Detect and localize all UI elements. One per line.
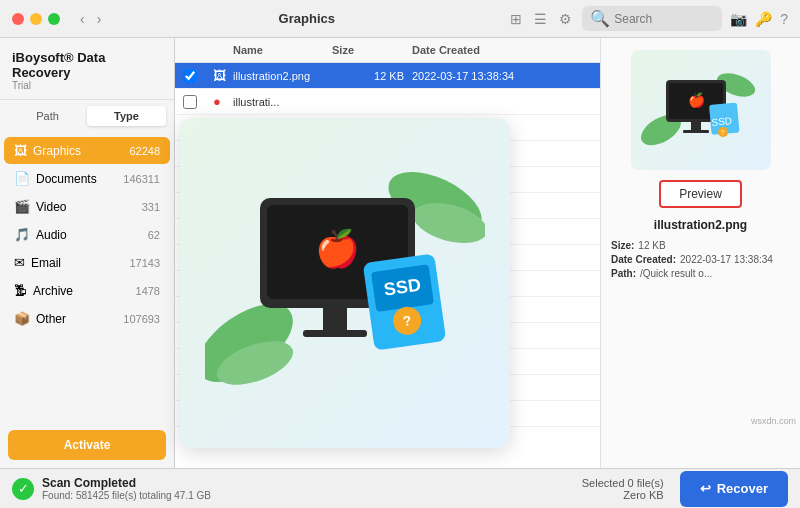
search-box: 🔍 [582,6,722,31]
sidebar-tabs: Path Type [0,100,174,132]
key-icon[interactable]: 🔑 [755,11,772,27]
scan-detail: Found: 581425 file(s) totaling 47.1 GB [42,490,574,501]
sidebar-item-count: 1478 [136,285,160,297]
maximize-button[interactable] [48,13,60,25]
sidebar-item-video[interactable]: 🎬 Video 331 [4,193,170,220]
selected-info: Selected 0 file(s) Zero KB [582,477,664,501]
file-name: illustration2.png [233,70,332,82]
toolbar-right: ⊞ ☰ ⚙ 🔍 📷 🔑 ? [508,6,788,31]
table-row[interactable]: 🖼 illustration2.png 12 KB 2022-03-17 13:… [175,63,600,89]
sidebar-item-email[interactable]: ✉ Email 17143 [4,249,170,276]
sidebar-item-count: 17143 [129,257,160,269]
sidebar-item-audio[interactable]: 🎵 Audio 62 [4,221,170,248]
preview-meta: Size: 12 KB Date Created: 2022-03-17 13:… [611,240,790,282]
path-label: Path: [611,268,636,279]
sidebar-item-label: Archive [33,284,130,298]
tab-type[interactable]: Type [87,106,166,126]
file-size: 12 KB [332,70,412,82]
svg-text:SSD: SSD [710,115,731,128]
selected-size: Zero KB [582,489,664,501]
svg-text:🍎: 🍎 [315,227,360,270]
sidebar-item-label: Documents [36,172,117,186]
sidebar-item-count: 62 [148,229,160,241]
size-label: Size: [611,240,634,251]
sidebar-item-label: Video [36,200,136,214]
video-icon: 🎬 [14,199,30,214]
sidebar-item-label: Graphics [33,144,123,158]
help-icon[interactable]: ? [780,11,788,27]
row-checkbox[interactable] [183,95,197,109]
file-date: 2022-03-17 13:38:34 [412,70,562,82]
recover-button[interactable]: ↩ Recover [680,471,788,507]
grid-view-button[interactable]: ⊞ [508,9,524,29]
file-type-icon: ● [213,94,233,109]
main-layout: iBoysoft® Data Recovery Trial Path Type … [0,38,800,468]
sidebar-item-label: Audio [36,228,142,242]
camera-icon[interactable]: 📷 [730,11,747,27]
back-button[interactable]: ‹ [76,9,89,29]
meta-path-row: Path: /Quick result o... [611,268,790,279]
svg-text:?: ? [720,129,725,136]
title-bar: ‹ › Graphics ⊞ ☰ ⚙ 🔍 📷 🔑 ? [0,0,800,38]
row-checkbox[interactable] [183,69,197,83]
filter-button[interactable]: ⚙ [557,9,574,29]
col-size[interactable]: Size [332,44,412,56]
minimize-button[interactable] [30,13,42,25]
col-name[interactable]: Name [233,44,332,56]
status-bar: ✓ Scan Completed Found: 581425 file(s) t… [0,468,800,508]
breadcrumb: Graphics [113,11,500,26]
sidebar-item-other[interactable]: 📦 Other 107693 [4,305,170,332]
traffic-lights [12,13,60,25]
recover-label: Recover [717,481,768,496]
size-value: 12 KB [638,240,665,251]
scan-status: Scan Completed Found: 581425 file(s) tot… [42,476,574,501]
table-row[interactable]: ● illustrati... [175,89,600,115]
scan-title: Scan Completed [42,476,574,490]
app-trial: Trial [12,80,162,91]
preview-panel: 🍎 SSD ? Preview illustration2.png Size: … [600,38,800,468]
tab-path[interactable]: Path [8,106,87,126]
svg-rect-18 [323,308,347,330]
sidebar-item-count: 107693 [123,313,160,325]
sidebar-item-count: 62248 [129,145,160,157]
mac-illustration-large: 🍎 SSD ? [205,143,485,423]
sidebar: iBoysoft® Data Recovery Trial Path Type … [0,38,175,468]
date-label: Date Created: [611,254,676,265]
preview-button[interactable]: Preview [659,180,742,208]
app-header: iBoysoft® Data Recovery Trial [0,38,174,100]
other-icon: 📦 [14,311,30,326]
path-value: /Quick result o... [640,268,712,279]
sidebar-item-label: Email [31,256,123,270]
date-value: 2022-03-17 13:38:34 [680,254,773,265]
col-date[interactable]: Date Created [412,44,562,56]
sidebar-item-archive[interactable]: 🗜 Archive 1478 [4,277,170,304]
search-input[interactable] [614,12,714,26]
selected-files: Selected 0 file(s) [582,477,664,489]
meta-date-row: Date Created: 2022-03-17 13:38:34 [611,254,790,265]
svg-rect-6 [683,130,709,133]
file-type-icon: 🖼 [213,68,233,83]
preview-image: 🍎 SSD ? [641,60,761,160]
audio-icon: 🎵 [14,227,30,242]
sidebar-item-count: 331 [142,201,160,213]
meta-size-row: Size: 12 KB [611,240,790,251]
sidebar-item-label: Other [36,312,117,326]
sidebar-item-documents[interactable]: 📄 Documents 146311 [4,165,170,192]
watermark: wsxdn.com [751,416,796,426]
nav-buttons: ‹ › [76,9,105,29]
list-view-button[interactable]: ☰ [532,9,549,29]
close-button[interactable] [12,13,24,25]
preview-thumbnail: 🍎 SSD ? [631,50,771,170]
sidebar-list: 🖼 Graphics 62248 📄 Documents 146311 🎬 Vi… [0,132,174,422]
sidebar-item-count: 146311 [123,173,160,185]
activate-button[interactable]: Activate [8,430,166,460]
sidebar-item-graphics[interactable]: 🖼 Graphics 62248 [4,137,170,164]
preview-overlay: 🍎 SSD ? [180,118,510,448]
email-icon: ✉ [14,255,25,270]
forward-button[interactable]: › [93,9,106,29]
table-header: Name Size Date Created [175,38,600,63]
archive-icon: 🗜 [14,283,27,298]
search-icon: 🔍 [590,9,610,28]
preview-filename: illustration2.png [654,218,747,232]
svg-rect-19 [303,330,367,337]
